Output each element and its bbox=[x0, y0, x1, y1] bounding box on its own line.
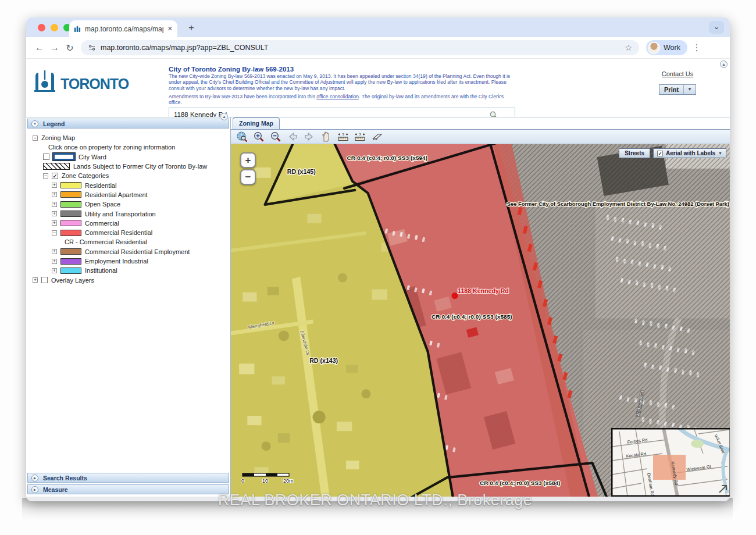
tree-node-residential-apartment[interactable]: + Residential Apartment bbox=[31, 190, 229, 199]
print-button[interactable]: Print ▼ bbox=[659, 84, 696, 95]
expand-panel-icon[interactable]: ▶ bbox=[31, 475, 38, 482]
full-extent-button[interactable] bbox=[236, 131, 248, 142]
tab-search-chevron-icon[interactable]: ⌄ bbox=[709, 21, 724, 34]
zone-swatch bbox=[60, 201, 81, 208]
next-extent-button[interactable] bbox=[303, 131, 316, 142]
collapse-icon[interactable]: − bbox=[33, 135, 38, 141]
expand-icon[interactable]: + bbox=[52, 220, 57, 226]
tree-node-cr-sub[interactable]: CR - Commercial Residential bbox=[31, 237, 229, 247]
inset-extent-box[interactable] bbox=[653, 455, 686, 480]
streets-basemap-button[interactable]: Streets bbox=[619, 148, 650, 158]
legend-collapse-icon[interactable]: ▼ bbox=[31, 120, 38, 127]
tree-node-residential[interactable]: + Residential bbox=[31, 180, 229, 190]
tree-node-lands-subject[interactable]: Lands Subject to Former City of Toronto … bbox=[31, 162, 229, 171]
eraser-tool[interactable] bbox=[370, 131, 383, 142]
tree-node-commercial-residential[interactable]: − Commercial Residential bbox=[31, 228, 229, 237]
bookmark-star-icon[interactable]: ☆ bbox=[625, 43, 632, 52]
screenshot-stage: map.toronto.ca/maps/map.jsp ✕ + ⌄ ← → ↻ … bbox=[0, 0, 756, 535]
overlay-layers-checkbox[interactable] bbox=[41, 277, 48, 283]
tree-node-utility-transportation[interactable]: + Utility and Transportation bbox=[31, 209, 229, 218]
tree-node-overlay-layers[interactable]: + Overlay Layers bbox=[31, 275, 229, 284]
svg-text:?: ? bbox=[359, 132, 362, 137]
page-title: City of Toronto Zoning By-law 569-2013 bbox=[169, 66, 515, 73]
reload-button[interactable]: ↻ bbox=[62, 42, 77, 54]
legend-title: Legend bbox=[43, 120, 65, 127]
expand-icon[interactable]: + bbox=[33, 277, 38, 283]
previous-extent-button[interactable] bbox=[286, 131, 299, 142]
zoom-in-tool[interactable] bbox=[252, 131, 265, 142]
tree-node-city-ward[interactable]: City Ward bbox=[31, 152, 229, 162]
collapse-icon[interactable]: − bbox=[43, 173, 48, 179]
expand-icon[interactable]: + bbox=[52, 259, 57, 264]
tree-node-commercial[interactable]: + Commercial bbox=[31, 219, 229, 228]
measure-distance-tool[interactable]: ? bbox=[337, 131, 350, 142]
svg-text:CR 0.4 (c0.4; r0.0) SS3 (x584): CR 0.4 (c0.4; r0.0) SS3 (x584) bbox=[480, 480, 561, 486]
minimize-window-button[interactable] bbox=[51, 24, 58, 31]
basemap-checkbox[interactable]: ✓ bbox=[657, 151, 663, 156]
bylaw-description: The new City-wide Zoning By-law 569-2013… bbox=[169, 73, 515, 91]
tree-node-institutional[interactable]: + Institutional bbox=[31, 266, 229, 275]
contact-us-link[interactable]: Contact Us bbox=[662, 70, 693, 77]
header-right: Contact Us Print ▼ bbox=[659, 68, 696, 95]
profile-chip[interactable]: Work bbox=[646, 40, 687, 55]
brokerage-watermark: REAL BROKER ONTARIO LTD., Brokerage bbox=[206, 491, 544, 509]
search-results-bar[interactable]: ▶ Search Results bbox=[27, 473, 229, 483]
tree-node-employment-industrial[interactable]: + Employment Industrial bbox=[31, 256, 229, 266]
overview-inset-map[interactable]: Forbes Rd Kecala Rd Denham Rd Kennedy Rd… bbox=[611, 428, 730, 497]
header-collapse-button[interactable]: ▲ bbox=[720, 60, 728, 68]
forward-button[interactable]: → bbox=[47, 42, 62, 53]
zoom-out-tool[interactable] bbox=[269, 131, 282, 142]
office-consolidation-link[interactable]: office consolidation bbox=[316, 94, 359, 99]
svg-text:1188 Kennedy Rd: 1188 Kennedy Rd bbox=[458, 287, 509, 294]
measure-area-tool[interactable]: ? bbox=[354, 131, 366, 142]
lands-subject-swatch bbox=[43, 163, 70, 170]
zoning-hint-label: Click once on property for zoning inform… bbox=[48, 144, 175, 151]
new-tab-button[interactable]: + bbox=[184, 22, 198, 34]
tree-node-zone-categories[interactable]: − ✓ Zone Categories bbox=[31, 171, 229, 180]
expand-icon[interactable]: + bbox=[52, 211, 57, 216]
zone-swatch bbox=[60, 211, 81, 217]
back-button[interactable]: ← bbox=[32, 42, 47, 53]
header-text-block: City of Toronto Zoning By-law 569-2013 T… bbox=[169, 66, 515, 122]
measure-bar[interactable]: ▶ Measure bbox=[27, 484, 229, 494]
dropdown-caret-icon[interactable]: ▼ bbox=[718, 151, 722, 155]
tab-close-icon[interactable]: ✕ bbox=[167, 25, 173, 33]
collapse-icon[interactable]: − bbox=[52, 230, 57, 236]
map-zoom-out-button[interactable]: − bbox=[240, 169, 256, 185]
expand-icon[interactable]: + bbox=[52, 192, 57, 197]
zone-categories-checkbox[interactable]: ✓ bbox=[52, 173, 58, 179]
svg-text:10: 10 bbox=[262, 478, 268, 484]
zoning-map-label: Zoning Map bbox=[41, 134, 75, 141]
zoning-map-tab[interactable]: Zoning Map bbox=[233, 117, 280, 129]
toronto-cityhall-icon bbox=[32, 69, 58, 92]
browser-tab[interactable]: map.toronto.ca/maps/map.jsp ✕ bbox=[69, 20, 177, 37]
expand-icon[interactable]: + bbox=[52, 268, 57, 273]
tree-node-commercial-residential-employment[interactable]: + Commercial Residential Employment bbox=[31, 247, 229, 256]
url-bar[interactable]: map.toronto.ca/maps/map.jsp?app=ZBL_CONS… bbox=[81, 40, 639, 55]
print-label[interactable]: Print bbox=[659, 85, 684, 94]
profile-name: Work bbox=[664, 44, 680, 52]
tree-node-zoning-map[interactable]: − Zoning Map bbox=[31, 133, 229, 142]
city-ward-checkbox[interactable] bbox=[43, 154, 49, 160]
basemap-dropdown[interactable]: ✓ Aerial with Labels ▼ bbox=[653, 148, 726, 158]
map-viewport[interactable]: Merryfield Dr Ellendale Dr Wickware Gt C… bbox=[231, 144, 730, 497]
close-window-button[interactable] bbox=[38, 24, 45, 31]
print-caret-icon[interactable]: ▼ bbox=[684, 85, 696, 94]
sidebar-collapse-button[interactable]: ▲ bbox=[220, 113, 228, 120]
map-zoom-in-button[interactable]: + bbox=[240, 152, 256, 168]
map-toolbar: ? ? bbox=[231, 129, 730, 144]
tree-node-open-space[interactable]: + Open Space bbox=[31, 199, 229, 209]
expand-panel-icon[interactable]: ▶ bbox=[31, 486, 38, 493]
expand-icon[interactable]: + bbox=[52, 249, 57, 254]
map-zoom-control: + − bbox=[240, 152, 256, 185]
amend-prefix: Amendments to By-law 569-2013 have been … bbox=[169, 94, 316, 99]
sidebar-bottom-panels: ▶ Search Results ▶ Measure bbox=[27, 471, 229, 497]
toronto-favicon-icon bbox=[74, 25, 81, 33]
traffic-lights bbox=[38, 24, 71, 31]
browser-menu-icon[interactable]: ⋮ bbox=[692, 42, 701, 53]
expand-icon[interactable]: + bbox=[52, 202, 57, 207]
legend-header-bar[interactable]: ▼ Legend bbox=[27, 119, 229, 129]
pan-tool[interactable] bbox=[320, 131, 333, 142]
site-info-icon[interactable] bbox=[88, 44, 96, 52]
expand-icon[interactable]: + bbox=[52, 183, 57, 188]
